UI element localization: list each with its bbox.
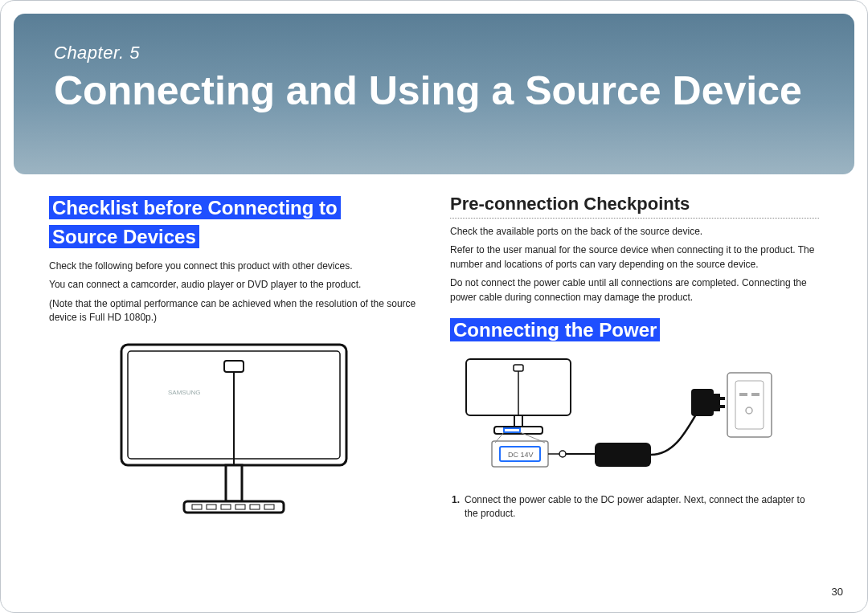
svg-rect-33 xyxy=(751,393,760,396)
power-connection-illustration-icon: DC 14V xyxy=(450,353,788,485)
svg-rect-27 xyxy=(710,394,720,411)
svg-rect-16 xyxy=(514,415,522,427)
checklist-p1: Check the following before you connect t… xyxy=(49,260,418,273)
svg-rect-29 xyxy=(720,405,725,408)
power-steps-list: 1. Connect the power cable to the DC pow… xyxy=(450,493,819,521)
svg-point-23 xyxy=(559,451,566,457)
heading-preconnection: Pre-connection Checkpoints xyxy=(450,194,819,215)
page-body: Checklist before Connecting to Source De… xyxy=(49,194,819,588)
figure-monitor-rear: SAMSUNG xyxy=(105,337,362,521)
svg-rect-3 xyxy=(226,465,242,501)
svg-rect-25 xyxy=(595,443,651,467)
monitor-rear-illustration-icon: SAMSUNG xyxy=(105,337,362,521)
power-step-1: 1. Connect the power cable to the DC pow… xyxy=(452,493,819,521)
chapter-label: Chapter. 5 xyxy=(54,43,814,63)
heading-checklist: Checklist before Connecting to Source De… xyxy=(49,194,418,251)
svg-rect-15 xyxy=(514,365,523,371)
heading-checklist-line2: Source Devices xyxy=(49,225,199,248)
power-step-1-number: 1. xyxy=(452,493,460,521)
svg-rect-32 xyxy=(739,393,747,396)
svg-rect-5 xyxy=(184,501,284,513)
dc-label-text: DC 14V xyxy=(508,451,534,459)
checklist-p2: You can connect a camcorder, audio playe… xyxy=(49,278,418,292)
svg-rect-12 xyxy=(224,361,244,372)
figure-power-connection: DC 14V xyxy=(450,353,788,485)
svg-rect-31 xyxy=(735,381,764,429)
chapter-title: Connecting and Using a Source Device xyxy=(54,70,814,112)
chapter-hero: Chapter. 5 Connecting and Using a Source… xyxy=(14,14,854,174)
right-column: Pre-connection Checkpoints Check the ava… xyxy=(450,194,819,588)
svg-rect-28 xyxy=(720,397,725,400)
preconnection-p2: Refer to the user manual for the source … xyxy=(450,243,819,272)
left-column: Checklist before Connecting to Source De… xyxy=(49,194,418,588)
svg-rect-26 xyxy=(691,389,714,416)
svg-text:SAMSUNG: SAMSUNG xyxy=(168,389,200,396)
heading-checklist-line1: Checklist before Connecting to xyxy=(49,196,341,219)
power-step-1-text: Connect the power cable to the DC power … xyxy=(465,493,819,521)
checklist-p3: (Note that the optimal performance can b… xyxy=(49,297,418,325)
manual-page: Chapter. 5 Connecting and Using a Source… xyxy=(0,0,868,613)
divider xyxy=(450,218,819,219)
preconnection-p1: Check the available ports on the back of… xyxy=(450,225,819,239)
heading-connecting-power-text: Connecting the Power xyxy=(450,318,660,341)
heading-connecting-power: Connecting the Power xyxy=(450,316,819,345)
page-number: 30 xyxy=(832,586,843,598)
preconnection-p3: Do not connect the power cable until all… xyxy=(450,276,819,304)
